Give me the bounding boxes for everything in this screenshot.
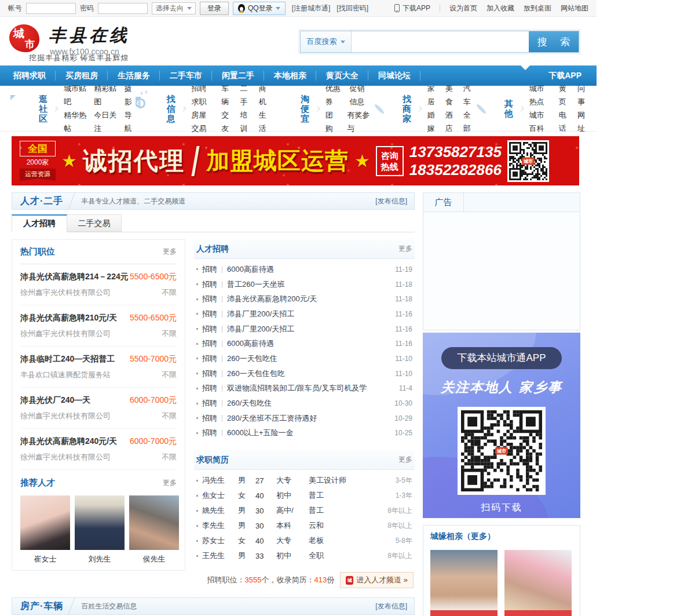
subnav-link[interactable]: 交友 (221, 108, 232, 135)
subnav-group-title[interactable]: 找商家 (403, 94, 411, 123)
job-list-row[interactable]: 招聘 260一天包吃住 11-10 (194, 351, 415, 366)
job-list-row[interactable]: 招聘 普工260一天坐班 11-18 (194, 277, 415, 292)
set-home-link[interactable]: 设为首页 (449, 3, 477, 13)
job-link[interactable]: 沛县厂里200/天招工 (227, 309, 294, 319)
dating-profile[interactable] (504, 550, 572, 616)
subnav-link[interactable]: 城市百科 (529, 108, 551, 135)
job-list-row[interactable]: 招聘 6000高薪待遇 11-16 (194, 336, 415, 351)
job-list-row[interactable]: 招聘 280/天坐班不压工资待遇好 10-29 (194, 411, 415, 426)
download-app-link[interactable]: 下载APP (394, 3, 430, 13)
site-name[interactable]: 丰县在线 (49, 24, 130, 48)
password-input[interactable] (98, 3, 148, 14)
nav-item[interactable]: 闲置二手 (212, 65, 264, 86)
resume-row[interactable]: 王先生 男 33 初中 全职 8年以上 (194, 548, 415, 563)
nav-item[interactable]: 本地相亲 (264, 65, 316, 86)
resume-name[interactable]: 苏女士 (202, 535, 238, 546)
resume-name[interactable]: 李先生 (202, 520, 238, 531)
dating-header[interactable]: 城缘相亲（更多） (423, 526, 580, 546)
sitemap-link[interactable]: 网站地图 (561, 3, 588, 13)
to-desktop-link[interactable]: 放到桌面 (524, 3, 551, 13)
subnav-group-title[interactable]: 淘便宜 (301, 94, 309, 123)
job-list-row[interactable]: 招聘 沛县厂里200/天招工 11-16 (194, 307, 415, 322)
job-list-row[interactable]: 招聘 6000以上+五险一金 10-25 (194, 426, 415, 441)
subnav-link[interactable]: 网址 (577, 108, 588, 135)
search-button[interactable]: 搜 索 (529, 31, 579, 52)
job-list-row[interactable]: 招聘 双进物流招聘装卸工/跟车员/叉车司机及学 11-4 (194, 381, 415, 396)
nav-item[interactable]: 招聘求职 (3, 65, 56, 86)
job-link[interactable]: 260一天包吃住 (227, 353, 277, 364)
job-link[interactable]: 沛县光伏高薪急聘200元/天 (227, 294, 317, 304)
dating-profile[interactable] (430, 550, 498, 616)
job-title[interactable]: 沛县光伏高薪急聘214－224元 (20, 272, 128, 282)
subnav-link[interactable]: 今日关注 (94, 108, 116, 135)
subnav-group-title[interactable]: 找信息 (166, 94, 175, 123)
job-link[interactable]: 双进物流招聘装卸工/跟车员/叉车司机及学 (227, 383, 367, 393)
resume-row[interactable]: 李先生 男 30 本科 云和 8年以上 (194, 518, 415, 533)
recover-password-link[interactable]: [找回密码] (336, 3, 368, 13)
nav-download-app[interactable]: 下载APP (533, 71, 597, 81)
job-card[interactable]: 沛县光伏厂240—天 6000-7000元 徐州鑫宇光伏科技有限公司 不限 (20, 388, 177, 429)
publish-info-link[interactable]: [发布信息] (375, 602, 414, 611)
subnav-link[interactable]: 团 购 (325, 108, 339, 135)
subnav-link[interactable]: 电话 (559, 108, 570, 135)
person-photo[interactable] (75, 495, 125, 550)
profile-photo[interactable] (430, 550, 498, 610)
qq-login-button[interactable]: QQ登录 (233, 2, 286, 15)
resume-name[interactable]: 焦女士 (202, 490, 238, 501)
resume-row[interactable]: 姚先生 男 30 高中/ 普工 8年以上 (194, 503, 415, 518)
resume-name[interactable]: 王先生 (202, 551, 238, 561)
job-title[interactable]: 沛县临时工240—天招普工 (20, 354, 115, 365)
subnav-group-title[interactable]: 逛社区 (39, 94, 47, 123)
subnav-link[interactable]: 婚嫁 (427, 108, 438, 135)
job-card[interactable]: 沛县光伏高薪急聘240元/天 6000-7000元 徐州鑫宇光伏科技有限公司 不… (20, 429, 177, 470)
job-list-row[interactable]: 招聘 260/天包吃住 10-30 (194, 396, 415, 411)
nav-item[interactable]: 黄页大全 (316, 65, 368, 86)
subnav-link[interactable]: 培训 (240, 108, 251, 135)
tab-secondhand-trade[interactable]: 二手交易 (67, 214, 122, 232)
job-link[interactable]: 6000高薪待遇 (227, 338, 274, 349)
job-list-row[interactable]: 招聘 沛县光伏高薪急聘200元/天 11-18 (194, 291, 415, 307)
more-link[interactable]: 更多 (398, 244, 412, 254)
person-card[interactable]: 崔女士 (20, 495, 70, 564)
job-title[interactable]: 沛县光伏高薪急聘210元/天 (20, 313, 117, 323)
job-title[interactable]: 沛县光伏厂240—天 (20, 395, 90, 406)
person-photo[interactable] (129, 495, 179, 550)
promo-banner[interactable]: 全国 2000家 运营资源 ★ 诚招代理 加盟城区运营 ★ 咨询 热线 1373… (12, 136, 579, 185)
subnav-link[interactable]: 全部 (463, 108, 474, 135)
person-card[interactable]: 刘先生 (75, 495, 125, 564)
search-input[interactable] (352, 31, 529, 52)
subnav-link[interactable]: 酒店 (445, 108, 456, 135)
job-card[interactable]: 沛县光伏高薪急聘214－224元 5500-6500元 徐州鑫宇光伏科技有限公司… (20, 264, 177, 305)
destination-select[interactable]: 选择去向 (152, 2, 196, 14)
subnav-link[interactable]: 导航 (125, 108, 136, 135)
subnav-link[interactable]: 精华热帖 (64, 108, 86, 135)
resume-name[interactable]: 姚先生 (202, 505, 238, 516)
more-link[interactable]: 更多 (163, 247, 177, 257)
job-card[interactable]: 沛县光伏高薪急聘210元/天 5500-6500元 徐州鑫宇光伏科技有限公司 不… (20, 305, 177, 347)
profile-photo[interactable] (504, 550, 572, 610)
job-card[interactable]: 沛县临时工240—天招普工 5500-7000元 丰县欢口镇速腾配货服务站 不限 (20, 347, 177, 388)
person-card[interactable]: 侯先生 (129, 495, 179, 564)
job-link[interactable]: 260/天包吃住 (227, 398, 272, 409)
register-link[interactable]: [注册城市通] (292, 3, 331, 13)
subnav-group-title[interactable]: 其他 (504, 99, 513, 118)
subnav-link[interactable]: 生活 (259, 108, 270, 135)
job-title[interactable]: 沛县光伏高薪急聘240元/天 (20, 436, 117, 447)
resume-name[interactable]: 冯先生 (202, 475, 238, 486)
subnav-link[interactable]: 有奖参与 (347, 108, 372, 135)
nav-item[interactable]: 同城论坛 (368, 65, 420, 86)
job-link[interactable]: 普工260一天坐班 (227, 279, 285, 290)
resume-row[interactable]: 苏女士 女 40 大专 老板 5-8年 (194, 533, 415, 548)
job-link[interactable]: 260一天包住包吃 (227, 369, 285, 379)
job-link[interactable]: 280/天坐班不压工资待遇好 (227, 413, 317, 424)
person-photo[interactable] (20, 495, 70, 550)
tab-talent-recruit[interactable]: 人才招聘 (12, 214, 67, 232)
nav-item[interactable]: 生活服务 (108, 65, 160, 86)
job-link[interactable]: 沛县厂里200/天招工 (227, 324, 294, 334)
resume-row[interactable]: 冯先生 男 27 大专 美工设计师 3-5年 (194, 473, 415, 488)
search-engine-select[interactable]: 百度搜索 (301, 31, 352, 52)
job-list-row[interactable]: 招聘 260一天包住包吃 11-10 (194, 366, 415, 381)
account-input[interactable] (26, 3, 76, 14)
resume-row[interactable]: 焦女士 女 40 初中 普工 1-3年 (194, 488, 415, 503)
job-list-row[interactable]: 招聘 沛县厂里200/天招工 11-16 (194, 322, 415, 337)
